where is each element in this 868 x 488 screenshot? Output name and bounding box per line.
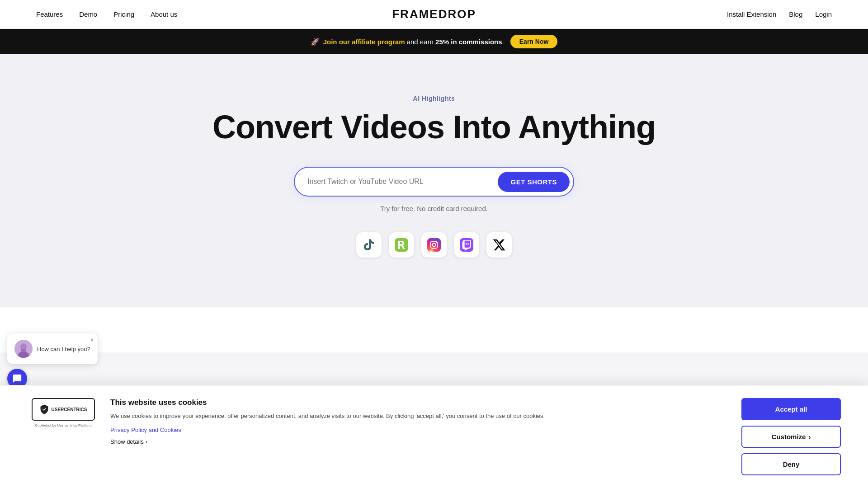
nav-install-extension[interactable]: Install Extension: [727, 10, 776, 18]
chat-close-button[interactable]: ×: [90, 336, 94, 343]
hero-title: Convert Videos Into Anything: [212, 109, 656, 145]
nav-pricing[interactable]: Pricing: [113, 10, 134, 18]
affiliate-link[interactable]: Join our affiliate program: [323, 38, 405, 46]
tiktok-icon[interactable]: [356, 232, 382, 258]
show-details-button[interactable]: Show details ›: [110, 438, 147, 445]
nav-blog[interactable]: Blog: [789, 10, 802, 18]
site-logo[interactable]: FRAMEDROP: [392, 7, 476, 21]
chat-bubble: How can I help you? ×: [7, 333, 98, 364]
customize-button[interactable]: Customize ›: [741, 426, 841, 448]
second-section: [0, 307, 868, 352]
uc-sub: Cookiebot by Usercentrics Platform: [35, 423, 91, 427]
deny-button[interactable]: Deny: [741, 453, 841, 475]
video-url-input[interactable]: [307, 178, 498, 186]
video-url-input-bar: GET SHORTS: [294, 167, 574, 197]
usercentrics-logo: USERCENTRICS Cookiebot by Usercentrics P…: [27, 398, 99, 427]
nav-right: Install Extension Blog Login: [727, 10, 832, 18]
hero-section: AI Highlights Convert Videos Into Anythi…: [0, 54, 868, 307]
rocket-emoji: 🚀: [311, 38, 320, 46]
customize-chevron-icon: ›: [808, 433, 811, 441]
cookie-left: USERCENTRICS Cookiebot by Usercentrics P…: [27, 398, 723, 445]
nav-about[interactable]: About us: [151, 10, 177, 18]
chat-widget: How can I help you? ×: [7, 333, 98, 389]
svg-rect-2: [427, 238, 441, 252]
earn-now-button[interactable]: Earn Now: [510, 35, 558, 48]
banner-period: .: [502, 38, 504, 46]
cookie-title: This website uses cookies: [110, 398, 723, 407]
instagram-icon[interactable]: [421, 232, 447, 258]
x-twitter-icon[interactable]: [486, 232, 512, 258]
nav-links: Features Demo Pricing About us: [36, 10, 177, 18]
uc-shield-icon: [40, 404, 49, 414]
banner-and-earn: and earn: [405, 38, 435, 46]
uc-logo-box: USERCENTRICS: [32, 398, 95, 421]
customize-label: Customize: [772, 433, 806, 441]
uc-text: USERCENTRICS: [52, 407, 87, 413]
twitch-icon[interactable]: [454, 232, 479, 258]
banner-commission: 25% in commissions: [435, 38, 502, 46]
cookie-content: This website uses cookies We use cookies…: [110, 398, 723, 445]
cookie-banner: USERCENTRICS Cookiebot by Usercentrics P…: [0, 385, 868, 488]
svg-point-5: [436, 242, 437, 243]
hero-tag: AI Highlights: [413, 95, 455, 102]
svg-rect-7: [468, 243, 469, 245]
nav-login[interactable]: Login: [815, 10, 832, 18]
svg-rect-13: [21, 349, 26, 352]
banner-text: Join our affiliate program and earn 25% …: [323, 38, 504, 46]
chat-message: How can I help you?: [37, 346, 90, 352]
get-shorts-button[interactable]: GET SHORTS: [498, 172, 570, 192]
navbar: Features Demo Pricing About us FRAMEDROP…: [0, 0, 868, 29]
accept-all-button[interactable]: Accept all: [741, 398, 841, 420]
cookie-description: We use cookies to improve your experienc…: [110, 412, 723, 421]
cookie-policy-link[interactable]: Privacy Policy and Cookies: [110, 427, 181, 433]
show-details-label: Show details: [110, 438, 144, 445]
hero-subtext: Try for free. No credit card required.: [380, 205, 488, 212]
svg-rect-8: [466, 243, 467, 245]
cookie-buttons: Accept all Customize › Deny: [741, 398, 841, 475]
social-icons-row: [356, 232, 512, 258]
nav-features[interactable]: Features: [36, 10, 63, 18]
affiliate-banner: 🚀 Join our affiliate program and earn 25…: [0, 29, 868, 54]
nav-demo[interactable]: Demo: [79, 10, 97, 18]
rumble-icon[interactable]: [389, 232, 414, 258]
chevron-right-icon: ›: [146, 438, 147, 445]
chat-avatar: [14, 340, 33, 358]
